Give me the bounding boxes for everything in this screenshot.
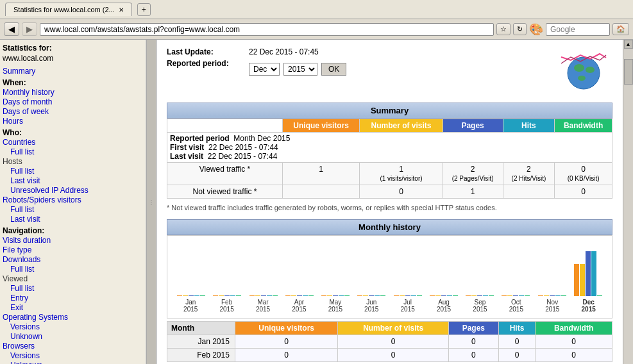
sidebar-lastvisit-2-link[interactable]: Last visit [10, 215, 40, 224]
sidebar-file-type[interactable]: File type [3, 245, 143, 254]
bar-group-jul [394, 295, 422, 296]
refresh-icon[interactable]: ↻ [513, 23, 527, 35]
sidebar-exit-link[interactable]: Exit [10, 303, 23, 312]
sidebar-resize-handle[interactable]: ⋮ [146, 40, 156, 364]
bar-jul-hits [411, 295, 416, 296]
sidebar-unresolved[interactable]: Unresolved IP Address [10, 186, 143, 195]
bar-nov-visits [544, 295, 549, 296]
sidebar-monthly-history[interactable]: Monthly history [3, 88, 143, 97]
bar-may-visits [327, 295, 332, 296]
viewed-unique-val: 1 [283, 163, 360, 185]
summary-note: * Not viewed traffic includes traffic ge… [167, 204, 612, 211]
sidebar-fulllist-1-link[interactable]: Full list [10, 147, 34, 156]
bar-group-feb [213, 295, 241, 296]
svg-point-3 [578, 76, 586, 81]
sidebar-visits-duration[interactable]: Visits duration [3, 236, 143, 245]
scroll-thumb[interactable] [624, 59, 633, 85]
sidebar-fulllist-5[interactable]: Full list [10, 284, 143, 293]
bar-feb-hits [230, 295, 235, 296]
sidebar-fulllist-2[interactable]: Full list [10, 167, 143, 176]
jan-unique: 0 [235, 335, 338, 349]
main-scrollbar[interactable]: ▲ [623, 40, 633, 364]
sidebar-os-versions-link[interactable]: Versions [10, 322, 40, 331]
sidebar-fulllist-3-link[interactable]: Full list [10, 205, 34, 214]
sidebar-unresolved-link[interactable]: Unresolved IP Address [10, 186, 89, 195]
sidebar-os[interactable]: Operating Systems [3, 313, 143, 322]
notviewed-pages: 1 [443, 185, 503, 199]
sidebar-days-of-month[interactable]: Days of month [3, 97, 143, 106]
sidebar-summary-link[interactable]: Summary [3, 67, 143, 76]
sidebar-fulllist-5-link[interactable]: Full list [10, 284, 34, 293]
year-select[interactable]: 2015 [283, 63, 317, 76]
viewed-visits-val: 1 (1 visits/visitor) [360, 163, 443, 185]
sidebar-browsers-versions-link[interactable]: Versions [10, 351, 40, 360]
sidebar-navigation-label: Navigation: [3, 226, 143, 235]
bar-nov-hits [555, 295, 561, 296]
bar-jun-bw [380, 295, 385, 296]
sidebar-lastvisit-2[interactable]: Last visit [10, 215, 143, 224]
search-input[interactable] [546, 23, 610, 36]
chart-label-nov: Nov2015 [545, 299, 559, 313]
sidebar-fulllist-4-link[interactable]: Full list [10, 265, 34, 274]
sidebar-browsers[interactable]: Browsers [3, 342, 143, 351]
tab-close-button[interactable]: ✕ [119, 6, 124, 13]
sidebar-browsers-unknown[interactable]: Unknown [10, 361, 143, 364]
bar-nov-unique [538, 295, 543, 296]
monthly-table: Month Unique visitors Number of visits P… [167, 321, 612, 362]
bar-apr-unique [285, 295, 291, 296]
url-bar[interactable] [40, 23, 494, 36]
sidebar-hours[interactable]: Hours [3, 117, 143, 126]
bar-jun-pages [369, 295, 374, 296]
monthly-table-header: Month Unique visitors Number of visits P… [167, 322, 612, 335]
home-icon[interactable]: 🏠 [612, 23, 629, 35]
bookmark-star-icon[interactable]: ☆ [496, 23, 511, 35]
col-visits-header: Number of visits [360, 119, 443, 133]
forward-button[interactable]: ▶ [22, 22, 37, 36]
bar-dec-unique [574, 264, 579, 296]
new-tab-button[interactable]: + [137, 3, 151, 16]
sidebar-fulllist-4[interactable]: Full list [10, 265, 143, 274]
main-content: Last Update: 22 Dec 2015 - 07:45 Reporte… [156, 40, 623, 364]
sidebar-fulllist-2-link[interactable]: Full list [10, 167, 34, 176]
bar-dec-pages [586, 251, 591, 296]
bar-group-sep [466, 295, 494, 296]
bar-jul-bw [417, 295, 422, 296]
scroll-up-button[interactable]: ▲ [624, 40, 633, 49]
sidebar-fulllist-3[interactable]: Full list [10, 205, 143, 214]
sidebar-when-label: When: [3, 78, 143, 87]
ok-button[interactable]: OK [321, 63, 346, 76]
sidebar-days-of-week[interactable]: Days of week [3, 107, 143, 116]
sidebar-browsers-unknown-link[interactable]: Unknown [10, 361, 42, 364]
sidebar-os-versions[interactable]: Versions [10, 322, 143, 331]
bar-feb-bw [236, 295, 241, 296]
sidebar-exit[interactable]: Exit [10, 303, 143, 312]
sidebar-os-unknown[interactable]: Unknown [10, 332, 143, 341]
month-select[interactable]: Dec [249, 63, 280, 76]
sidebar-countries[interactable]: Countries [3, 138, 143, 147]
browser-tab[interactable]: Statistics for www.local.com (2... ✕ [5, 3, 132, 16]
chart-label-aug: Aug2015 [437, 299, 451, 313]
sidebar-os-unknown-link[interactable]: Unknown [10, 332, 42, 341]
sidebar-fulllist-1[interactable]: Full list [10, 147, 143, 156]
title-bar: Statistics for www.local.com (2... ✕ + [0, 0, 633, 19]
sidebar-browsers-versions[interactable]: Versions [10, 351, 143, 360]
sidebar-stats-label: Statistics for: [3, 44, 143, 53]
chart-label-mar: Mar2015 [256, 299, 270, 313]
bar-jan-pages [189, 295, 194, 296]
bar-jan-visits [183, 295, 188, 296]
sidebar-entry-link[interactable]: Entry [10, 294, 28, 302]
bar-jul-pages [405, 295, 410, 296]
sidebar-lastvisit-1[interactable]: Last visit [10, 176, 143, 185]
sidebar-lastvisit-1-link[interactable]: Last visit [10, 176, 40, 185]
sidebar-entry[interactable]: Entry [10, 294, 143, 302]
reported-period-meta-value: Month Dec 2015 [233, 134, 290, 143]
bar-jan-hits [194, 295, 199, 296]
sidebar-downloads[interactable]: Downloads [3, 255, 143, 264]
bar-may-unique [321, 295, 326, 296]
sidebar-robots[interactable]: Robots/Spiders visitors [3, 195, 143, 204]
globe-visualization [555, 47, 612, 92]
not-viewed-label: Not viewed traffic * [167, 185, 283, 199]
col-hits-header: Hits [503, 119, 555, 133]
back-button[interactable]: ◀ [4, 22, 19, 36]
info-block: Last Update: 22 Dec 2015 - 07:45 Reporte… [167, 47, 544, 92]
